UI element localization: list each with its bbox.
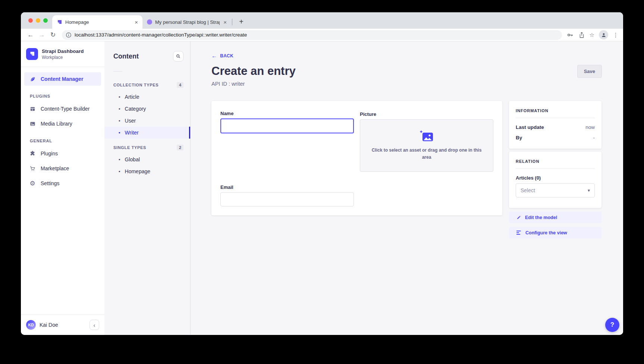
sidebar-footer: KD Kai Doe ‹ bbox=[21, 314, 104, 335]
back-link[interactable]: ← BACK bbox=[211, 53, 233, 59]
password-key-icon[interactable] bbox=[566, 31, 574, 39]
close-window-button[interactable] bbox=[28, 18, 33, 23]
back-arrow-icon: ← bbox=[211, 53, 217, 59]
card-divider bbox=[516, 118, 595, 118]
strapi-favicon bbox=[57, 19, 62, 25]
question-mark-icon: ? bbox=[610, 321, 614, 329]
sidebar-item-label: Content-Type Builder bbox=[41, 106, 90, 112]
user-avatar[interactable]: KD bbox=[26, 320, 36, 330]
last-update-value: now bbox=[585, 124, 595, 130]
new-tab-button[interactable]: + bbox=[237, 18, 246, 26]
api-id-subtitle: API ID : writer bbox=[211, 81, 602, 87]
url-bar[interactable]: localhost:1337/admin/content-manager/col… bbox=[62, 30, 562, 40]
strapi-app: Strapi Dashboard Workplace Content Manag… bbox=[21, 41, 623, 335]
sidebar-item-label: Marketplace bbox=[41, 165, 69, 171]
subnav-item-writer[interactable]: • Writer bbox=[104, 127, 190, 139]
edit-model-label: Edit the model bbox=[525, 215, 557, 220]
single-types-count: 2 bbox=[177, 145, 183, 151]
browser-toolbar: ← → ↻ localhost:1337/admin/content-manag… bbox=[21, 29, 623, 41]
section-plugins-label: PLUGINS bbox=[24, 87, 101, 102]
information-title: INFORMATION bbox=[516, 108, 595, 113]
save-button[interactable]: Save bbox=[577, 65, 602, 78]
sidebar-item-content-type-builder[interactable]: Content-Type Builder bbox=[24, 102, 101, 115]
help-button[interactable]: ? bbox=[605, 318, 619, 332]
bullet-icon: • bbox=[119, 106, 120, 112]
name-input[interactable] bbox=[220, 118, 354, 133]
browser-menu-icon[interactable]: ⋮ bbox=[613, 32, 619, 38]
tab-close-icon[interactable]: × bbox=[134, 19, 139, 25]
relation-title: RELATION bbox=[516, 159, 595, 164]
subnav-item-article[interactable]: • Article bbox=[104, 91, 190, 103]
by-value: - bbox=[593, 135, 595, 140]
main-sidebar: Strapi Dashboard Workplace Content Manag… bbox=[21, 41, 104, 335]
picture-field: Picture Click to select an asset or drag… bbox=[360, 111, 493, 172]
tab-strip: Homepage × My personal Strapi blog | Str… bbox=[21, 12, 623, 29]
tab-close-icon[interactable]: × bbox=[223, 19, 227, 25]
articles-select[interactable]: Select ▾ bbox=[516, 183, 595, 197]
user-name: Kai Doe bbox=[40, 322, 58, 328]
edit-model-button[interactable]: Edit the model bbox=[509, 212, 601, 223]
url-text[interactable]: localhost:1337/admin/content-manager/col… bbox=[75, 32, 558, 38]
configure-view-button[interactable]: Configure the view bbox=[509, 227, 601, 238]
brand-title: Strapi Dashboard bbox=[42, 48, 84, 54]
person-icon bbox=[601, 32, 607, 38]
main-content: ← BACK Create an entry Save API ID : wri… bbox=[191, 41, 623, 335]
bookmark-star-icon[interactable]: ☆ bbox=[590, 32, 594, 38]
right-panel: INFORMATION Last update now By - RELATIO… bbox=[509, 101, 601, 238]
email-input[interactable] bbox=[220, 192, 354, 206]
cart-icon bbox=[29, 165, 36, 172]
share-icon[interactable] bbox=[578, 32, 585, 38]
page-title: Create an entry bbox=[211, 64, 296, 78]
sidebar-item-marketplace[interactable]: Marketplace bbox=[24, 162, 101, 175]
subnav-item-label: Category bbox=[125, 106, 146, 112]
sidebar-item-settings[interactable]: ⚙ Settings bbox=[24, 177, 101, 190]
name-field: Name bbox=[220, 111, 354, 172]
pencil-icon bbox=[516, 215, 521, 220]
card-divider bbox=[516, 168, 595, 169]
upload-helper-text: Click to select an asset or drag and dro… bbox=[369, 147, 484, 161]
brand: Strapi Dashboard Workplace bbox=[21, 41, 104, 67]
tab-divider bbox=[232, 19, 232, 25]
back-icon[interactable]: ← bbox=[26, 31, 35, 39]
collapse-sidebar-button[interactable]: ‹ bbox=[89, 320, 99, 330]
tab-homepage[interactable]: Homepage × bbox=[52, 15, 142, 29]
subnav-item-user[interactable]: • User bbox=[104, 115, 190, 127]
forward-icon[interactable]: → bbox=[37, 31, 46, 39]
sidebar-item-label: Media Library bbox=[41, 121, 72, 127]
sidebar-item-plugins[interactable]: Plugins bbox=[24, 147, 101, 160]
single-types-label: SINGLE TYPES bbox=[113, 145, 146, 150]
last-update-row: Last update now bbox=[516, 124, 595, 130]
subnav-item-global[interactable]: • Global bbox=[104, 153, 190, 165]
email-field: Email bbox=[220, 184, 354, 206]
sidebar-item-media-library[interactable]: Media Library bbox=[24, 117, 101, 130]
configure-lines-icon bbox=[516, 230, 522, 235]
name-label: Name bbox=[220, 111, 354, 116]
layout-grid-icon bbox=[29, 105, 36, 113]
gear-icon: ⚙ bbox=[29, 180, 36, 187]
toolbar-icons: ☆ ⋮ bbox=[566, 30, 619, 39]
bullet-icon: • bbox=[119, 94, 120, 100]
collection-types-header: COLLECTION TYPES 4 bbox=[104, 80, 190, 91]
picture-upload-dropzone[interactable]: Click to select an asset or drag and dro… bbox=[360, 119, 493, 172]
add-image-icon bbox=[420, 130, 434, 142]
sidebar-item-content-manager[interactable]: Content Manager bbox=[24, 72, 101, 86]
browser-window: Homepage × My personal Strapi blog | Str… bbox=[21, 12, 623, 335]
tab-blog[interactable]: My personal Strapi blog | Strap × bbox=[142, 15, 231, 29]
subnav-item-category[interactable]: • Category bbox=[104, 103, 190, 115]
zoom-window-button[interactable] bbox=[43, 18, 48, 23]
info-icon[interactable] bbox=[66, 32, 72, 38]
subnav-item-homepage[interactable]: • Homepage bbox=[104, 165, 190, 177]
strapi-logo bbox=[26, 48, 38, 60]
subnav-item-label: User bbox=[125, 118, 136, 124]
sidebar-item-label: Content Manager bbox=[41, 76, 83, 82]
minimize-window-button[interactable] bbox=[36, 18, 40, 23]
bullet-icon: • bbox=[119, 157, 120, 162]
browser-profile-avatar[interactable] bbox=[599, 30, 608, 39]
chevron-left-icon: ‹ bbox=[94, 322, 95, 328]
subnav-item-label: Global bbox=[125, 156, 140, 162]
search-button[interactable] bbox=[173, 51, 183, 61]
reload-icon[interactable]: ↻ bbox=[48, 31, 57, 39]
email-label: Email bbox=[220, 184, 354, 190]
entry-form-card: Name Picture Click to select bbox=[211, 101, 502, 215]
puzzle-icon bbox=[29, 150, 36, 157]
